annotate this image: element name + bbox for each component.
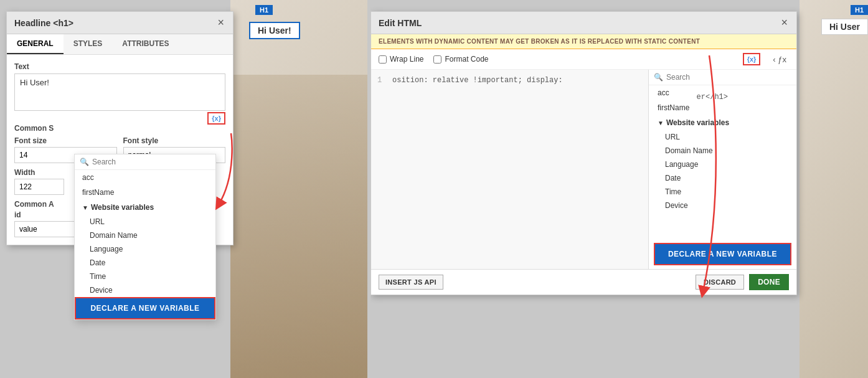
- format-code-checkbox[interactable]: Format Code: [433, 55, 488, 64]
- h1-badge-left: H1: [255, 5, 273, 15]
- font-style-label: Font style: [123, 136, 226, 145]
- panel-header: Headline <h1> ×: [7, 12, 233, 34]
- list-item[interactable]: Date: [649, 171, 796, 185]
- panel-tabs: GENERAL STYLES ATTRIBUTES: [7, 34, 233, 55]
- text-textarea[interactable]: Hi User!: [14, 73, 225, 111]
- edit-header: Edit HTML ×: [371, 12, 796, 34]
- hi-user-box-left: Hi User!: [249, 22, 300, 39]
- tab-styles[interactable]: STYLES: [64, 34, 113, 54]
- h1-badge-right: H1: [851, 5, 868, 15]
- search-icon-right: 🔍: [654, 73, 663, 82]
- left-panel: Headline <h1> × GENERAL STYLES ATTRIBUTE…: [6, 11, 234, 245]
- declare-variable-button-left[interactable]: DECLARE A NEW VARIABLE: [75, 297, 215, 319]
- tab-attributes[interactable]: ATTRIBUTES: [112, 34, 179, 54]
- search-input-left[interactable]: [92, 158, 210, 166]
- text-label: Text: [14, 62, 225, 71]
- chevron-down-icon: ▼: [82, 204, 88, 211]
- common-s-label: Common S: [14, 124, 225, 133]
- search-input-right[interactable]: [666, 73, 791, 82]
- list-item[interactable]: Date: [75, 256, 215, 270]
- search-icon-left: 🔍: [80, 158, 89, 166]
- variable-button-right[interactable]: {x}: [743, 53, 761, 65]
- close-button-left[interactable]: ×: [216, 16, 225, 29]
- code-text: osition: relative !important; display:: [392, 76, 563, 85]
- edit-body: 1 osition: relative !important; display:…: [371, 70, 796, 269]
- bottom-bar: INSERT JS API DISCARD DONE: [371, 269, 796, 295]
- close-button-right[interactable]: ×: [780, 16, 789, 29]
- edit-toolbar: Wrap Line Format Code {x} ‹ ƒx: [371, 49, 796, 70]
- hi-user-box-right: Hi User: [821, 19, 868, 35]
- warning-bar: ELEMENTS WITH DYNAMIC CONTENT MAY GET BR…: [371, 34, 796, 49]
- list-item[interactable]: firstName: [75, 185, 215, 200]
- section-header-right: ▼ Website variables: [649, 115, 796, 130]
- variable-dropdown-left: 🔍 acc firstName ▼ Website variables URL: [74, 154, 216, 320]
- discard-button[interactable]: DISCARD: [696, 275, 744, 290]
- right-dropdown-list: acc firstName ▼ Website variables URL Do…: [649, 85, 796, 239]
- list-item[interactable]: Language: [649, 158, 796, 171]
- dropdown-search-left: 🔍: [75, 154, 215, 170]
- list-item[interactable]: Device: [649, 199, 796, 212]
- width-input[interactable]: [14, 179, 64, 195]
- list-item[interactable]: firstName: [649, 100, 796, 115]
- edit-html-panel: Edit HTML × ELEMENTS WITH DYNAMIC CONTEN…: [370, 11, 797, 295]
- wrap-line-checkbox[interactable]: Wrap Line: [379, 55, 423, 64]
- code-suffix: er</h1>: [697, 93, 728, 102]
- list-item[interactable]: Domain Name: [649, 144, 796, 158]
- list-item[interactable]: Device: [75, 283, 215, 297]
- list-item[interactable]: Time: [75, 270, 215, 283]
- fx-button[interactable]: ‹ ƒx: [770, 54, 789, 65]
- declare-variable-button-right[interactable]: DECLARE A NEW VARIABLE: [654, 243, 791, 265]
- variable-button-left[interactable]: {x}: [207, 112, 225, 125]
- section-header-left: ▼ Website variables: [75, 200, 215, 215]
- chevron-down-icon-right: ▼: [658, 120, 664, 126]
- tab-general[interactable]: GENERAL: [7, 34, 64, 54]
- list-item[interactable]: Time: [649, 185, 796, 199]
- panel-title: Headline <h1>: [14, 18, 73, 28]
- insert-js-button[interactable]: INSERT JS API: [379, 275, 443, 290]
- list-item[interactable]: acc: [75, 170, 215, 185]
- list-item[interactable]: URL: [649, 130, 796, 144]
- dropdown-search-right: 🔍: [649, 70, 796, 85]
- font-size-label: Font size: [14, 136, 117, 145]
- dropdown-list-left: acc firstName ▼ Website variables URL Do…: [75, 170, 215, 297]
- edit-title: Edit HTML: [379, 18, 422, 28]
- list-item[interactable]: Language: [75, 242, 215, 256]
- line-number: 1: [377, 76, 387, 85]
- done-button[interactable]: DONE: [749, 274, 789, 290]
- code-area[interactable]: 1 osition: relative !important; display:: [371, 70, 648, 269]
- list-item[interactable]: URL: [75, 215, 215, 229]
- list-item[interactable]: Domain Name: [75, 229, 215, 242]
